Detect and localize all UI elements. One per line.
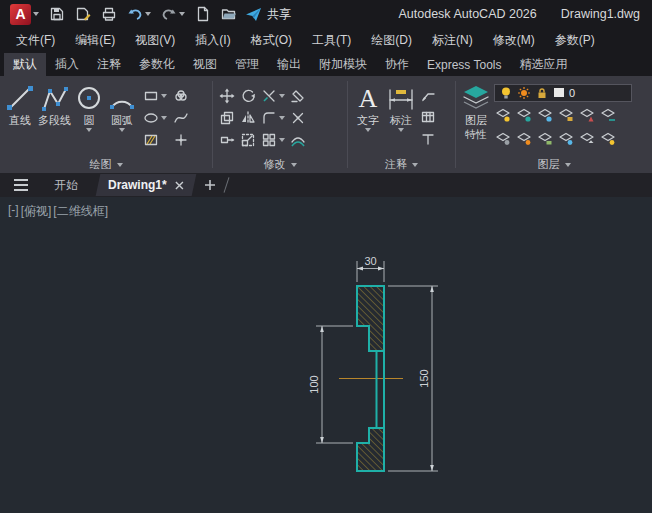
ribbon-tab-annotate[interactable]: 注释 xyxy=(88,53,130,76)
file-tab-start[interactable]: 开始 xyxy=(44,173,88,198)
menu-format[interactable]: 格式(O) xyxy=(241,29,302,52)
ribbon-tab-featured-apps[interactable]: 精选应用 xyxy=(510,53,576,76)
layer-freeze-icon xyxy=(537,107,553,123)
ribbon-tab-view[interactable]: 视图 xyxy=(184,53,226,76)
array-button[interactable] xyxy=(260,130,286,150)
copy-button[interactable] xyxy=(218,108,236,128)
explode-button[interactable] xyxy=(289,108,307,128)
viewport-view-control[interactable]: [俯视] xyxy=(21,203,52,220)
draw-panel-expander[interactable]: 绘图 xyxy=(0,156,212,173)
layer-isolate-button[interactable] xyxy=(515,105,533,125)
layer-unisolate-icon xyxy=(495,130,511,146)
tab-edge-divider xyxy=(223,177,229,193)
menu-modify[interactable]: 修改(M) xyxy=(483,29,545,52)
viewport-visualstyle-control[interactable]: [二维线框] xyxy=(53,203,108,220)
file-tab-menu-button[interactable] xyxy=(8,175,34,195)
menu-parametric[interactable]: 参数(P) xyxy=(545,29,605,52)
chevron-down-icon xyxy=(179,12,185,16)
layer-freeze-button[interactable] xyxy=(536,105,554,125)
folder-open-icon xyxy=(221,6,237,22)
layer-control-dropdown[interactable]: 0 xyxy=(494,84,632,102)
menu-draw[interactable]: 绘图(D) xyxy=(361,29,422,52)
menu-dimension[interactable]: 标注(N) xyxy=(422,29,483,52)
save-button[interactable] xyxy=(47,4,67,24)
undo-button[interactable] xyxy=(125,4,153,24)
chevron-down-icon xyxy=(33,12,39,16)
text-button[interactable]: A 文字 xyxy=(353,80,383,156)
fillet-button[interactable] xyxy=(260,108,286,128)
point-button[interactable] xyxy=(172,130,190,150)
table-button[interactable] xyxy=(419,107,437,127)
spline-button[interactable] xyxy=(172,108,190,128)
layer-properties-button[interactable]: 图层 特性 xyxy=(461,80,491,156)
trim-button[interactable] xyxy=(260,86,286,106)
open-button[interactable] xyxy=(219,4,239,24)
share-plane-icon xyxy=(245,7,262,22)
app-menu-button[interactable]: A xyxy=(8,2,41,27)
menu-file[interactable]: 文件(F) xyxy=(6,29,65,52)
line-button[interactable]: 直线 xyxy=(5,80,35,156)
stretch-button[interactable] xyxy=(218,130,236,150)
modify-panel-expander[interactable]: 修改 xyxy=(213,156,347,173)
copy-icon xyxy=(219,110,235,126)
revcloud-button[interactable] xyxy=(172,86,190,106)
dim-arrow xyxy=(378,267,384,271)
polyline-button[interactable]: 多段线 xyxy=(38,80,71,156)
layer-unisolate-button[interactable] xyxy=(494,128,512,148)
rotate-button[interactable] xyxy=(239,86,257,106)
layer-off-button[interactable] xyxy=(494,105,512,125)
save-as-button[interactable] xyxy=(73,4,93,24)
ribbon-tab-home[interactable]: 默认 xyxy=(4,53,46,76)
circle-button[interactable]: 圆 xyxy=(74,80,104,156)
share-button[interactable]: 共享 xyxy=(245,6,291,23)
redo-button[interactable] xyxy=(159,4,187,24)
annotate-panel-expander[interactable]: 注释 xyxy=(348,156,455,173)
erase-button[interactable] xyxy=(289,86,307,106)
text-style-button[interactable] xyxy=(419,129,437,149)
menu-insert[interactable]: 插入(I) xyxy=(185,29,240,52)
viewport-minus-control[interactable]: [-] xyxy=(8,203,19,220)
layer-properties-icon xyxy=(461,83,491,113)
layer-make-current-button[interactable] xyxy=(578,105,596,125)
layer-states-button[interactable] xyxy=(599,128,617,148)
menu-edit[interactable]: 编辑(E) xyxy=(65,29,125,52)
ribbon-tab-output[interactable]: 输出 xyxy=(268,53,310,76)
ribbon-tab-collaborate[interactable]: 协作 xyxy=(376,53,418,76)
ribbon-tab-addins[interactable]: 附加模块 xyxy=(310,53,376,76)
layer-unlock-button[interactable] xyxy=(536,128,554,148)
layer-thaw-button[interactable] xyxy=(515,128,533,148)
new-drawing-button[interactable] xyxy=(193,4,213,24)
move-button[interactable] xyxy=(218,86,236,106)
layers-panel-expander[interactable]: 图层 xyxy=(456,156,652,173)
trim-icon xyxy=(261,88,277,104)
new-tab-plus-icon[interactable] xyxy=(204,179,216,191)
file-tab-drawing1[interactable]: Drawing1* xyxy=(96,174,196,196)
layer-lock-button[interactable] xyxy=(557,105,575,125)
layer-previous-button[interactable] xyxy=(578,128,596,148)
save-icon xyxy=(49,6,65,22)
leader-button[interactable] xyxy=(419,85,437,105)
arc-button[interactable]: 圆弧 xyxy=(107,80,137,156)
mirror-button[interactable] xyxy=(239,108,257,128)
autocad-logo-icon: A xyxy=(10,4,31,25)
scale-button[interactable] xyxy=(239,130,257,150)
layer-match-button[interactable] xyxy=(599,105,617,125)
ribbon-tab-express-tools[interactable]: Express Tools xyxy=(418,53,510,76)
model-space-canvas[interactable]: [-] [俯视] [二维线框] 30 100 xyxy=(0,197,652,513)
rectangle-button[interactable] xyxy=(142,86,168,106)
ribbon-tab-manage[interactable]: 管理 xyxy=(226,53,268,76)
dimension-button[interactable]: 标注 xyxy=(386,80,416,156)
mirror-icon xyxy=(240,110,256,126)
menu-view[interactable]: 视图(V) xyxy=(125,29,185,52)
ribbon-tab-parametric[interactable]: 参数化 xyxy=(130,53,184,76)
ellipse-button[interactable] xyxy=(142,108,168,128)
plot-button[interactable] xyxy=(99,4,119,24)
offset-button[interactable] xyxy=(289,130,307,150)
menu-tools[interactable]: 工具(T) xyxy=(302,29,361,52)
erase-icon xyxy=(290,88,306,104)
layer-walk-button[interactable] xyxy=(557,128,575,148)
ribbon-tab-insert[interactable]: 插入 xyxy=(46,53,88,76)
close-icon[interactable] xyxy=(175,181,184,190)
hatch-button[interactable] xyxy=(142,130,168,150)
dim-arrow xyxy=(320,437,324,443)
